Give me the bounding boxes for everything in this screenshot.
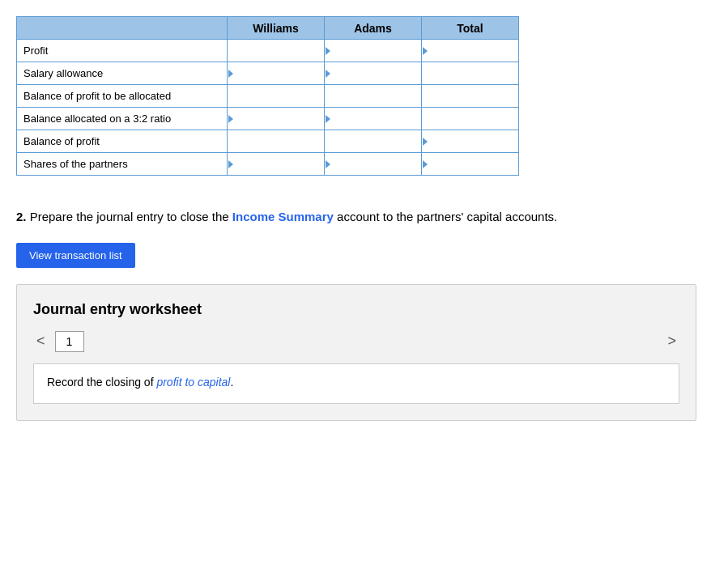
journal-title: Journal entry worksheet [33,301,679,318]
journal-nav-left[interactable]: < [33,333,49,350]
williams-salary-input[interactable] [229,65,322,83]
total-salary-cell[interactable] [422,62,519,85]
adams-balance-allocated-input[interactable] [326,87,419,105]
table-row: Salary allowance [17,62,519,85]
journal-nav: < 1 > [33,331,679,352]
williams-ratio-cell[interactable] [228,108,325,130]
journal-page-number: 1 [55,331,84,352]
profit-table: Williams Adams Total Profit Salary allow… [16,16,519,176]
total-ratio-input[interactable] [424,110,517,128]
williams-profit-input[interactable] [229,42,322,60]
adams-ratio-cell[interactable] [325,108,422,130]
williams-balance-allocated-input[interactable] [229,87,322,105]
journal-record-area: Record the closing of profit to capital. [33,363,679,404]
row-label-profit: Profit [17,40,228,62]
row-label-balance-profit: Balance of profit [17,130,228,153]
total-balance-allocated-cell[interactable] [422,85,519,108]
adams-balance-allocated-cell[interactable] [325,85,422,108]
williams-balance-profit-cell[interactable] [228,130,325,153]
view-transaction-button[interactable]: View transaction list [16,243,135,268]
table-row: Profit [17,40,519,62]
row-label-balance-ratio: Balance allocated on a 3:2 ratio [17,108,228,130]
williams-shares-cell[interactable] [228,153,325,176]
journal-nav-right[interactable]: > [664,333,679,350]
table-row: Balance allocated on a 3:2 ratio [17,108,519,130]
journal-record-suffix: . [230,376,233,389]
instruction-text-plain: Prepare the journal entry to close the [30,210,232,223]
journal-record-prefix: Record the closing of [47,376,156,389]
adams-salary-cell[interactable] [325,62,422,85]
adams-profit-cell[interactable] [325,40,422,62]
table-row: Balance of profit to be allocated [17,85,519,108]
total-profit-input[interactable] [424,42,517,60]
instruction-text: 2. Prepare the journal entry to close th… [16,208,712,227]
total-shares-cell[interactable] [422,153,519,176]
total-profit-cell[interactable] [422,40,519,62]
williams-shares-input[interactable] [229,155,322,173]
williams-salary-cell[interactable] [228,62,325,85]
row-label-salary: Salary allowance [17,62,228,85]
adams-shares-input[interactable] [326,155,419,173]
williams-balance-profit-input[interactable] [229,133,322,151]
col-header-adams: Adams [325,17,422,40]
col-header-williams: Williams [228,17,325,40]
table-row: Shares of the partners [17,153,519,176]
journal-record-italic: profit to capital [156,376,230,389]
total-balance-profit-cell[interactable] [422,130,519,153]
adams-profit-input[interactable] [326,42,419,60]
total-balance-profit-input[interactable] [424,133,517,151]
instruction-highlight: Income Summary [232,210,334,223]
row-label-balance-profit-allocated: Balance of profit to be allocated [17,85,228,108]
total-ratio-cell[interactable] [422,108,519,130]
williams-ratio-input[interactable] [229,110,322,128]
total-salary-input[interactable] [424,65,517,83]
adams-shares-cell[interactable] [325,153,422,176]
col-header-total: Total [422,17,519,40]
williams-profit-cell[interactable] [228,40,325,62]
table-row: Balance of profit [17,130,519,153]
journal-worksheet: Journal entry worksheet < 1 > Record the… [16,284,696,421]
col-header-label [17,17,228,40]
row-label-shares: Shares of the partners [17,153,228,176]
total-shares-input[interactable] [424,155,517,173]
adams-ratio-input[interactable] [326,110,419,128]
total-balance-allocated-input[interactable] [424,87,517,105]
adams-balance-profit-input[interactable] [326,133,419,151]
adams-salary-input[interactable] [326,65,419,83]
instruction-text-plain2: account to the partners' capital account… [337,210,557,223]
instruction-number: 2. [16,210,27,223]
adams-balance-profit-cell[interactable] [325,130,422,153]
williams-balance-allocated-cell[interactable] [228,85,325,108]
